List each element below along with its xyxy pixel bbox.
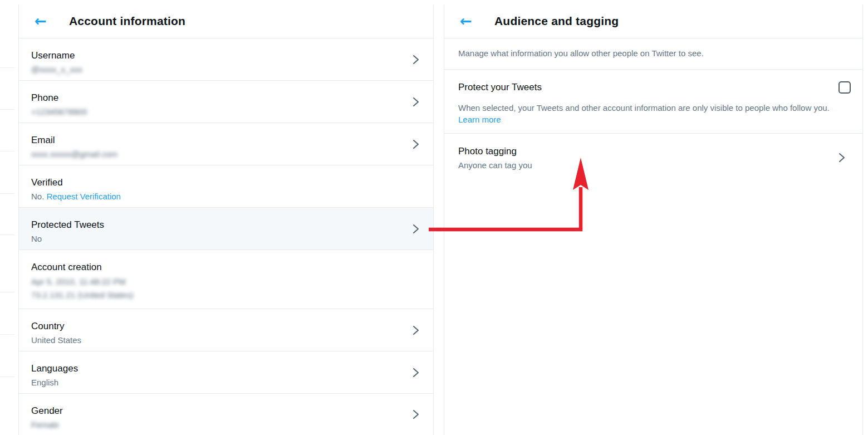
row-label: Protected Tweets xyxy=(31,218,409,232)
edge-divider-tick xyxy=(0,151,14,151)
chevron-right-icon[interactable] xyxy=(412,224,420,234)
list-item-protected-tweets[interactable]: Protected Tweets No xyxy=(19,208,433,250)
row-value-redacted: Female xyxy=(31,419,409,431)
row-label: Photo tagging xyxy=(458,145,835,158)
account-information-panel: ← Account information Username @xxxx_x_x… xyxy=(18,4,434,435)
list-item-photo-tagging[interactable]: Photo tagging Anyone can tag you xyxy=(444,134,862,178)
protect-tweets-description: When selected, your Tweets and other acc… xyxy=(458,103,830,113)
back-button[interactable]: ← xyxy=(35,14,57,28)
back-button[interactable]: ← xyxy=(460,14,482,28)
back-arrow-icon: ← xyxy=(460,14,472,28)
row-label: Gender xyxy=(31,404,409,418)
row-value: No xyxy=(31,233,409,245)
page-title: Audience and tagging xyxy=(494,14,619,28)
protect-tweets-label: Protect your Tweets xyxy=(458,81,542,94)
list-item-gender[interactable]: Gender Female xyxy=(19,394,433,435)
list-item-username[interactable]: Username @xxxx_x_xxx xyxy=(19,38,433,81)
row-label: Email xyxy=(31,134,409,147)
audience-and-tagging-header: ← Audience and tagging xyxy=(444,4,862,38)
row-value-redacted: @xxxx_x_xxx xyxy=(31,63,409,76)
row-label: Verified xyxy=(31,176,409,189)
row-label: Username xyxy=(31,49,409,62)
edge-divider-tick xyxy=(0,109,14,110)
page-title: Account information xyxy=(69,14,185,28)
protect-your-tweets-section: Protect your Tweets When selected, your … xyxy=(444,70,862,134)
panel-description: Manage what information you allow other … xyxy=(444,38,862,70)
audience-and-tagging-panel: ← Audience and tagging Manage what infor… xyxy=(444,4,863,435)
list-item-country[interactable]: Country United States xyxy=(19,309,433,351)
row-value-redacted: 73.2.131.21 (United States) xyxy=(31,289,409,302)
protect-tweets-checkbox[interactable] xyxy=(838,81,851,94)
edge-divider-tick xyxy=(0,377,14,377)
row-label: Account creation xyxy=(31,261,409,274)
chevron-right-icon[interactable] xyxy=(412,368,420,378)
row-label: Phone xyxy=(31,91,409,105)
edge-divider-tick xyxy=(0,234,14,235)
list-item-verified: Verified No. Request Verification xyxy=(19,165,433,208)
chevron-right-icon[interactable] xyxy=(838,153,846,163)
account-information-header: ← Account information xyxy=(19,4,433,38)
edge-divider-tick xyxy=(0,292,14,292)
row-value: United States xyxy=(31,334,409,346)
row-value-redacted: Apr 5, 2010, 11:48:22 PM xyxy=(31,275,409,289)
chevron-right-icon[interactable] xyxy=(412,55,420,65)
edge-divider-tick xyxy=(0,334,14,335)
edge-divider-tick xyxy=(0,193,14,194)
row-value: Anyone can tag you xyxy=(458,159,835,172)
chevron-right-icon[interactable] xyxy=(412,97,420,107)
row-value-redacted: +12345678900 xyxy=(31,106,409,118)
chevron-right-icon[interactable] xyxy=(412,139,420,149)
list-item-email[interactable]: Email xxxx.xxxxx@gmail.com xyxy=(19,123,433,165)
row-label: Languages xyxy=(31,362,409,375)
verified-status: No. xyxy=(31,192,47,201)
back-arrow-icon: ← xyxy=(35,14,47,28)
row-label: Country xyxy=(31,320,409,333)
request-verification-link[interactable]: Request Verification xyxy=(47,192,121,201)
row-value-redacted: xxxx.xxxxx@gmail.com xyxy=(31,148,409,160)
learn-more-link[interactable]: Learn more xyxy=(458,115,501,124)
list-item-account-creation: Account creation Apr 5, 2010, 11:48:22 P… xyxy=(19,250,433,309)
edge-divider-tick xyxy=(0,67,14,68)
list-item-phone[interactable]: Phone +12345678900 xyxy=(19,81,433,123)
chevron-right-icon[interactable] xyxy=(412,409,420,419)
chevron-right-icon[interactable] xyxy=(412,325,420,335)
list-item-languages[interactable]: Languages English xyxy=(19,351,433,394)
row-value: English xyxy=(31,377,409,389)
